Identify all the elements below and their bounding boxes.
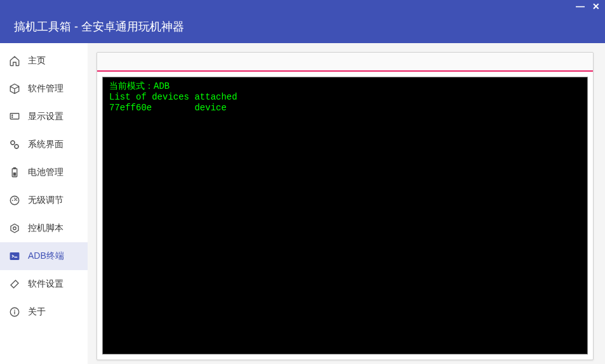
display-icon xyxy=(9,111,20,122)
hexagon-icon xyxy=(9,223,20,234)
sidebar-item-display[interactable]: 显示设置 xyxy=(0,103,88,131)
sidebar-item-label: 控机脚本 xyxy=(28,223,63,234)
sidebar-item-battery[interactable]: 电池管理 xyxy=(0,159,88,186)
svg-rect-10 xyxy=(10,253,19,260)
sidebar-item-adb-terminal[interactable]: ADB终端 xyxy=(0,242,88,270)
tools-icon xyxy=(9,278,20,290)
svg-rect-7 xyxy=(13,172,17,176)
svg-point-9 xyxy=(13,227,17,230)
sidebar-item-label: 系统界面 xyxy=(28,139,63,150)
sidebar-item-about[interactable]: 关于 xyxy=(0,298,88,326)
sidebar-item-label: 显示设置 xyxy=(28,111,63,122)
svg-point-3 xyxy=(11,141,15,145)
svg-point-4 xyxy=(15,145,18,148)
terminal-card: 当前模式：ADB List of devices attached 77eff6… xyxy=(96,52,594,360)
app-title: 搞机工具箱 - 全安卓通用玩机神器 xyxy=(14,20,184,33)
content-area: 当前模式：ADB List of devices attached 77eff6… xyxy=(88,43,605,364)
sidebar-item-label: 关于 xyxy=(28,306,46,318)
sidebar-item-label: 无级调节 xyxy=(28,195,63,206)
info-icon xyxy=(9,306,20,318)
svg-point-1 xyxy=(12,115,13,115)
cube-icon xyxy=(9,83,20,94)
terminal-container: 当前模式：ADB List of devices attached 77eff6… xyxy=(97,72,593,360)
home-icon xyxy=(9,55,20,67)
svg-rect-0 xyxy=(10,114,19,119)
gears-icon xyxy=(9,139,20,150)
sidebar-item-scripts[interactable]: 控机脚本 xyxy=(0,214,88,242)
gauge-icon xyxy=(9,195,20,206)
sidebar-item-settings[interactable]: 软件设置 xyxy=(0,270,88,298)
sidebar-item-label: 电池管理 xyxy=(28,167,63,178)
sidebar-item-software[interactable]: 软件管理 xyxy=(0,75,88,103)
battery-icon xyxy=(9,167,20,178)
card-header-strip xyxy=(97,53,593,72)
terminal-output[interactable]: 当前模式：ADB List of devices attached 77eff6… xyxy=(102,77,588,354)
titlebar[interactable]: — ✕ xyxy=(0,0,605,13)
app-header: 搞机工具箱 - 全安卓通用玩机神器 xyxy=(0,13,605,43)
sidebar-item-label: 主页 xyxy=(28,55,46,67)
sidebar-item-label: 软件管理 xyxy=(28,83,63,94)
sidebar-item-system-ui[interactable]: 系统界面 xyxy=(0,131,88,159)
sidebar-item-label: ADB终端 xyxy=(28,250,64,262)
minimize-button[interactable]: — xyxy=(576,2,585,11)
sidebar-item-sleepless[interactable]: 无级调节 xyxy=(0,186,88,214)
svg-rect-6 xyxy=(14,168,16,169)
sidebar-item-home[interactable]: 主页 xyxy=(0,47,88,75)
sidebar: 主页 软件管理 显示设置 系统界面 电池管理 xyxy=(0,43,88,364)
sidebar-item-label: 软件设置 xyxy=(28,278,63,290)
terminal-icon xyxy=(9,250,20,262)
close-button[interactable]: ✕ xyxy=(592,2,600,11)
svg-point-2 xyxy=(12,117,13,117)
